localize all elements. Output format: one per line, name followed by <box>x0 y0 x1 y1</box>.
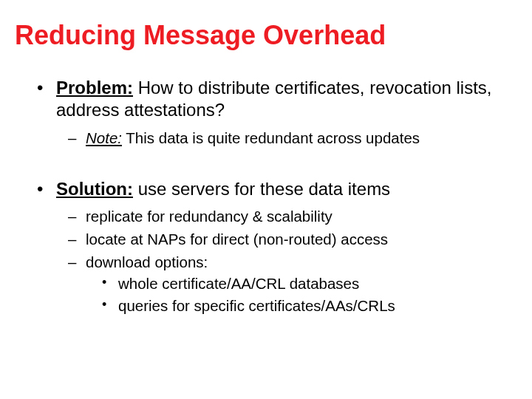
slide-title: Reducing Message Overhead <box>15 21 517 50</box>
bullet-problem: Problem: How to distribute certificates,… <box>37 77 517 149</box>
bullet-solution: Solution: use servers for these data ite… <box>37 178 517 316</box>
note-label: Note: <box>86 129 122 146</box>
download-option-a: whole certificate/AA/CRL databases <box>102 273 517 294</box>
problem-note: Note: This data is quite redundant acros… <box>68 128 517 149</box>
bullet-list: Problem: How to distribute certificates,… <box>15 77 517 316</box>
solution-sub-2-text: download options: <box>86 253 208 270</box>
download-option-b: queries for specific certificates/AAs/CR… <box>102 296 517 316</box>
solution-text: use servers for these data items <box>133 179 390 199</box>
solution-sub-2: download options: whole certificate/AA/C… <box>68 252 517 316</box>
problem-label: Problem: <box>56 78 133 98</box>
problem-sublist: Note: This data is quite redundant acros… <box>56 128 517 149</box>
solution-sub-0: replicate for redundancy & scalability <box>68 206 517 227</box>
solution-label: Solution: <box>56 179 133 199</box>
download-options-list: whole certificate/AA/CRL databases queri… <box>86 273 517 316</box>
solution-sub-1: locate at NAPs for direct (non-routed) a… <box>68 229 517 250</box>
solution-sublist: replicate for redundancy & scalability l… <box>56 206 517 316</box>
spacer <box>37 156 517 178</box>
slide: Reducing Message Overhead Problem: How t… <box>0 0 532 399</box>
note-text: This data is quite redundant across upda… <box>122 129 420 146</box>
